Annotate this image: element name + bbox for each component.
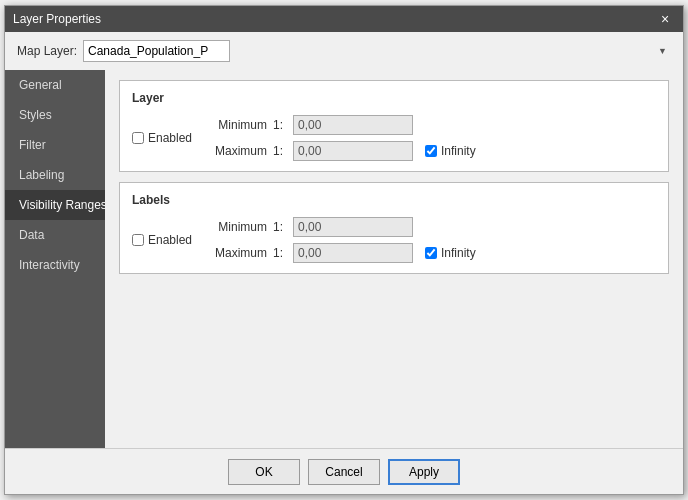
content-area: General Styles Filter Labeling Visibilit… bbox=[5, 70, 683, 448]
layer-min-scale: 1: bbox=[273, 118, 283, 132]
sidebar-item-labeling[interactable]: Labeling bbox=[5, 160, 105, 190]
labels-min-input[interactable] bbox=[293, 217, 413, 237]
map-layer-select-wrapper: Canada_Population_P bbox=[83, 40, 671, 62]
layer-range-fields: Minimum 1: Maximum 1: Infinity bbox=[212, 115, 656, 161]
apply-button[interactable]: Apply bbox=[388, 459, 460, 485]
sidebar-item-filter[interactable]: Filter bbox=[5, 130, 105, 160]
layer-section-title: Layer bbox=[132, 91, 656, 105]
title-bar: Layer Properties × bbox=[5, 6, 683, 32]
layer-max-row: Maximum 1: Infinity bbox=[212, 141, 656, 161]
labels-infinity-label[interactable]: Infinity bbox=[425, 246, 476, 260]
layer-min-input[interactable] bbox=[293, 115, 413, 135]
sidebar: General Styles Filter Labeling Visibilit… bbox=[5, 70, 105, 448]
close-button[interactable]: × bbox=[655, 9, 675, 29]
labels-min-label: Minimum bbox=[212, 220, 267, 234]
labels-max-row: Maximum 1: Infinity bbox=[212, 243, 656, 263]
map-layer-label: Map Layer: bbox=[17, 44, 77, 58]
layer-max-scale: 1: bbox=[273, 144, 283, 158]
ok-button[interactable]: OK bbox=[228, 459, 300, 485]
labels-infinity-checkbox[interactable] bbox=[425, 247, 437, 259]
layer-section: Layer Enabled Minimum 1: Maximum bbox=[119, 80, 669, 172]
labels-max-scale: 1: bbox=[273, 246, 283, 260]
labels-section: Labels Enabled Minimum 1: Maximum bbox=[119, 182, 669, 274]
main-panel: Layer Enabled Minimum 1: Maximum bbox=[105, 70, 683, 448]
layer-max-input[interactable] bbox=[293, 141, 413, 161]
labels-min-scale: 1: bbox=[273, 220, 283, 234]
layer-max-label: Maximum bbox=[212, 144, 267, 158]
layer-properties-dialog: Layer Properties × Map Layer: Canada_Pop… bbox=[4, 5, 684, 495]
labels-enabled-row: Enabled Minimum 1: Maximum 1: bbox=[132, 217, 656, 263]
layer-min-row: Minimum 1: bbox=[212, 115, 656, 135]
layer-min-label: Minimum bbox=[212, 118, 267, 132]
labels-max-label: Maximum bbox=[212, 246, 267, 260]
sidebar-item-interactivity[interactable]: Interactivity bbox=[5, 250, 105, 280]
sidebar-item-styles[interactable]: Styles bbox=[5, 100, 105, 130]
sidebar-item-data[interactable]: Data bbox=[5, 220, 105, 250]
cancel-button[interactable]: Cancel bbox=[308, 459, 380, 485]
dialog-title: Layer Properties bbox=[13, 12, 101, 26]
labels-range-fields: Minimum 1: Maximum 1: Infinity bbox=[212, 217, 656, 263]
layer-enabled-label[interactable]: Enabled bbox=[132, 131, 212, 145]
map-layer-select[interactable]: Canada_Population_P bbox=[83, 40, 230, 62]
sidebar-item-general[interactable]: General bbox=[5, 70, 105, 100]
sidebar-item-visibility-ranges[interactable]: Visibility Ranges bbox=[5, 190, 105, 220]
labels-max-input[interactable] bbox=[293, 243, 413, 263]
layer-enabled-row: Enabled Minimum 1: Maximum 1: bbox=[132, 115, 656, 161]
labels-enabled-label[interactable]: Enabled bbox=[132, 233, 212, 247]
layer-infinity-checkbox[interactable] bbox=[425, 145, 437, 157]
layer-enabled-checkbox[interactable] bbox=[132, 132, 144, 144]
labels-min-row: Minimum 1: bbox=[212, 217, 656, 237]
bottom-bar: OK Cancel Apply bbox=[5, 448, 683, 494]
labels-section-title: Labels bbox=[132, 193, 656, 207]
layer-infinity-label[interactable]: Infinity bbox=[425, 144, 476, 158]
map-layer-row: Map Layer: Canada_Population_P bbox=[5, 32, 683, 70]
labels-enabled-checkbox[interactable] bbox=[132, 234, 144, 246]
